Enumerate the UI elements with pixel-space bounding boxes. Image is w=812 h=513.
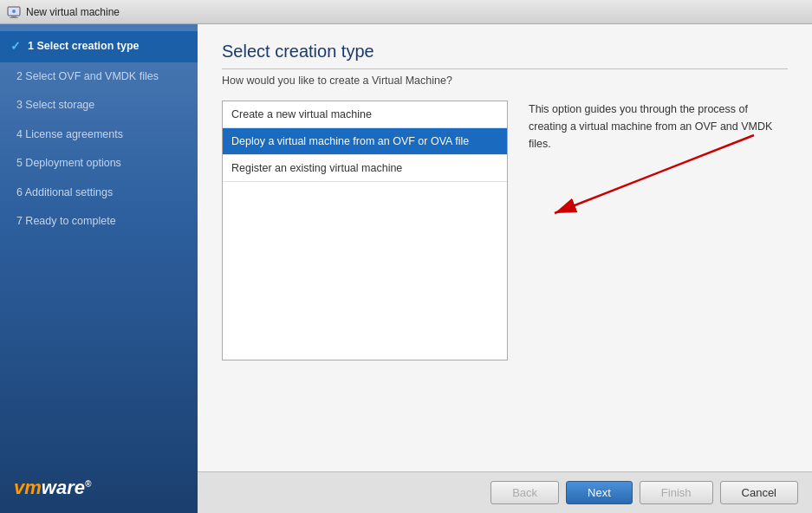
title-bar: New virtual machine bbox=[0, 0, 812, 24]
content-row: Create a new virtual machineDeploy a vir… bbox=[222, 101, 788, 360]
sidebar-step-label: 3 Select storage bbox=[10, 98, 94, 114]
sidebar-item-step1[interactable]: ✓1 Select creation type bbox=[0, 31, 198, 62]
sidebar-step-label: 4 License agreements bbox=[10, 127, 123, 143]
description-text: This option guides you through the proce… bbox=[529, 101, 788, 153]
description-box: This option guides you through the proce… bbox=[529, 101, 788, 153]
sidebar: ✓1 Select creation type 2 Select OVF and… bbox=[0, 24, 198, 513]
sidebar-step-label: 2 Select OVF and VMDK files bbox=[10, 69, 159, 85]
sidebar-step-label: 1 Select creation type bbox=[28, 39, 140, 55]
sidebar-item-step7[interactable]: 7 Ready to complete bbox=[0, 207, 198, 237]
sidebar-item-step2[interactable]: 2 Select OVF and VMDK files bbox=[0, 62, 198, 92]
vmware-logo-area: vmware® bbox=[0, 463, 198, 513]
vmware-logo: vmware® bbox=[14, 477, 184, 499]
next-button[interactable]: Next bbox=[566, 481, 633, 504]
page-title: Select creation type bbox=[222, 42, 788, 69]
check-icon: ✓ bbox=[10, 38, 21, 55]
list-item-create-new[interactable]: Create a new virtual machine bbox=[223, 101, 507, 128]
svg-rect-2 bbox=[10, 17, 18, 18]
page-subtitle: How would you like to create a Virtual M… bbox=[222, 75, 788, 87]
sidebar-step-label: 7 Ready to complete bbox=[10, 214, 116, 230]
sidebar-item-step6[interactable]: 6 Additional settings bbox=[0, 179, 198, 208]
sidebar-item-step3[interactable]: 3 Select storage bbox=[0, 91, 198, 120]
svg-point-3 bbox=[12, 10, 16, 13]
title-bar-text: New virtual machine bbox=[26, 6, 120, 18]
vm-icon bbox=[7, 5, 21, 19]
content-body: Select creation type How would you like … bbox=[198, 24, 812, 471]
main-layout: ✓1 Select creation type 2 Select OVF and… bbox=[0, 24, 812, 513]
sidebar-step-label: 5 Deployment options bbox=[10, 156, 121, 172]
content-area: Select creation type How would you like … bbox=[198, 24, 812, 513]
cancel-button[interactable]: Cancel bbox=[720, 481, 798, 504]
finish-button[interactable]: Finish bbox=[640, 481, 713, 504]
footer: Back Next Finish Cancel bbox=[198, 471, 812, 513]
list-item-register-existing[interactable]: Register an existing virtual machine bbox=[223, 155, 507, 182]
svg-rect-1 bbox=[11, 16, 16, 17]
creation-type-list[interactable]: Create a new virtual machineDeploy a vir… bbox=[222, 101, 508, 360]
sidebar-item-step4[interactable]: 4 License agreements bbox=[0, 120, 198, 150]
sidebar-item-step5[interactable]: 5 Deployment options bbox=[0, 149, 198, 179]
sidebar-step-label: 6 Additional settings bbox=[10, 185, 113, 201]
back-button[interactable]: Back bbox=[490, 481, 559, 504]
list-item-deploy-ovf[interactable]: Deploy a virtual machine from an OVF or … bbox=[223, 128, 507, 155]
